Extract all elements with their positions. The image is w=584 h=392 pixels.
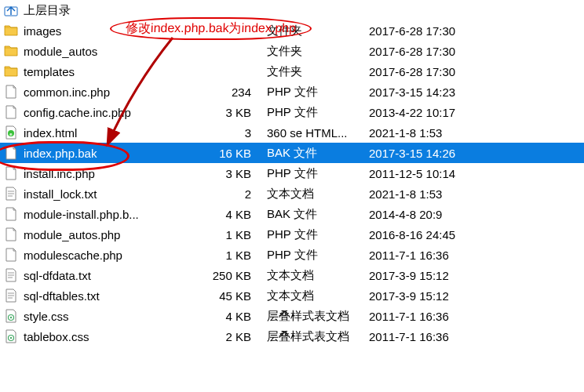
file-date: 2017-6-28 17:30 (369, 65, 510, 78)
file-name: sql-dfdata.txt (24, 269, 204, 282)
css-icon (3, 328, 19, 344)
file-name: module_autos.php (24, 228, 204, 241)
file-type: PHP 文件 (267, 105, 369, 120)
file-row[interactable]: templates文件夹2017-6-28 17:30 (0, 61, 584, 82)
folder-icon (3, 43, 19, 59)
file-name: templates (24, 65, 204, 78)
file-type: 文本文档 (267, 268, 369, 283)
file-row[interactable]: style.css4 KB层叠样式表文档2011-7-1 16:36 (0, 306, 584, 326)
txt-icon (3, 288, 19, 303)
file-date: 2017-3-15 14:23 (369, 85, 510, 99)
file-date: 2017-3-9 15:12 (369, 289, 510, 303)
file-row[interactable]: tablebox.css2 KB层叠样式表文档2011-7-1 16:36 (0, 326, 584, 347)
file-date: 2021-1-8 1:53 (369, 126, 510, 140)
file-row[interactable]: module-install.php.b...4 KBBAK 文件2014-4-… (0, 204, 584, 224)
folder-icon (3, 64, 19, 79)
file-name: install.inc.php (24, 167, 204, 180)
file-type: 360 se HTML... (267, 126, 369, 140)
file-icon (3, 145, 19, 161)
file-type: 文件夹 (267, 24, 369, 38)
file-list: 上层目录 images文件夹2017-6-28 17:30module_auto… (0, 0, 584, 347)
file-date: 2016-8-16 24:45 (369, 228, 510, 241)
file-size: 3 KB (204, 167, 267, 180)
file-date: 2017-6-28 17:30 (369, 24, 510, 38)
file-date: 2011-12-5 10:14 (369, 167, 510, 180)
file-name: index.html (24, 126, 204, 140)
file-size: 234 (204, 85, 267, 99)
file-size: 4 KB (204, 208, 267, 221)
file-row[interactable]: module_autos文件夹2017-6-28 17:30 (0, 41, 584, 61)
file-type: 文件夹 (267, 44, 369, 59)
file-date: 2011-7-1 16:36 (369, 330, 510, 343)
file-type: PHP 文件 (267, 85, 369, 100)
file-type: PHP 文件 (267, 166, 369, 181)
file-size: 45 KB (204, 289, 267, 303)
parent-directory-row[interactable]: 上层目录 (0, 0, 584, 20)
file-row[interactable]: index.php.bak16 KBBAK 文件2017-3-15 14:26 (0, 143, 584, 163)
file-icon (3, 247, 19, 263)
file-row[interactable]: install.inc.php3 KBPHP 文件2011-12-5 10:14 (0, 163, 584, 183)
file-name: modulescache.php (24, 249, 204, 262)
file-name: install_lock.txt (24, 187, 204, 201)
file-date: 2011-7-1 16:36 (369, 249, 510, 262)
file-row[interactable]: module_autos.php1 KBPHP 文件2016-8-16 24:4… (0, 224, 584, 245)
file-name: style.css (24, 310, 204, 323)
file-icon (3, 206, 19, 222)
file-size: 16 KB (204, 147, 267, 160)
file-size: 1 KB (204, 249, 267, 262)
file-size: 2 KB (204, 330, 267, 343)
file-name: common.inc.php (24, 85, 204, 99)
html-icon (3, 125, 19, 140)
file-type: 文件夹 (267, 64, 369, 79)
file-type: PHP 文件 (267, 248, 369, 263)
file-type: BAK 文件 (267, 207, 369, 222)
file-icon (3, 104, 19, 120)
file-date: 2011-7-1 16:36 (369, 310, 510, 323)
file-size: 4 KB (204, 310, 267, 323)
file-type: 层叠样式表文档 (267, 309, 369, 324)
file-size: 3 (204, 126, 267, 140)
file-date: 2013-4-22 10:17 (369, 106, 510, 119)
file-date: 2014-4-8 20:9 (369, 208, 510, 221)
file-date: 2017-3-9 15:12 (369, 269, 510, 282)
file-type: 层叠样式表文档 (267, 329, 369, 344)
folder-icon (3, 23, 19, 38)
file-icon (3, 227, 19, 242)
file-row[interactable]: install_lock.txt2文本文档2021-1-8 1:53 (0, 183, 584, 204)
file-row[interactable]: index.html3360 se HTML...2021-1-8 1:53 (0, 122, 584, 143)
file-date: 2017-3-15 14:26 (369, 147, 510, 160)
css-icon (3, 308, 19, 324)
parent-directory-label: 上层目录 (24, 3, 204, 18)
file-name: sql-dftables.txt (24, 289, 204, 303)
file-type: 文本文档 (267, 289, 369, 303)
file-date: 2021-1-8 1:53 (369, 187, 510, 201)
file-row[interactable]: sql-dftables.txt45 KB文本文档2017-3-9 15:12 (0, 285, 584, 306)
file-name: module-install.php.b... (24, 208, 204, 221)
file-date: 2017-6-28 17:30 (369, 45, 510, 58)
file-name: tablebox.css (24, 330, 204, 343)
file-row[interactable]: config.cache.inc.php3 KBPHP 文件2013-4-22 … (0, 102, 584, 122)
file-name: config.cache.inc.php (24, 106, 204, 119)
file-icon (3, 84, 19, 100)
txt-icon (3, 267, 19, 283)
file-row[interactable]: common.inc.php234PHP 文件2017-3-15 14:23 (0, 82, 584, 102)
file-type: 文本文档 (267, 187, 369, 201)
file-name: images (24, 24, 204, 38)
file-type: BAK 文件 (267, 146, 369, 161)
file-size: 250 KB (204, 269, 267, 282)
file-size: 3 KB (204, 106, 267, 119)
up-folder-icon (3, 2, 19, 18)
file-row[interactable]: sql-dfdata.txt250 KB文本文档2017-3-9 15:12 (0, 265, 584, 285)
file-row[interactable]: modulescache.php1 KBPHP 文件2011-7-1 16:36 (0, 245, 584, 265)
file-type: PHP 文件 (267, 227, 369, 242)
file-size: 1 KB (204, 228, 267, 241)
file-icon (3, 165, 19, 181)
file-name: index.php.bak (24, 147, 204, 160)
txt-icon (3, 186, 19, 201)
file-row[interactable]: images文件夹2017-6-28 17:30 (0, 20, 584, 41)
file-size: 2 (204, 187, 267, 201)
file-name: module_autos (24, 45, 204, 58)
